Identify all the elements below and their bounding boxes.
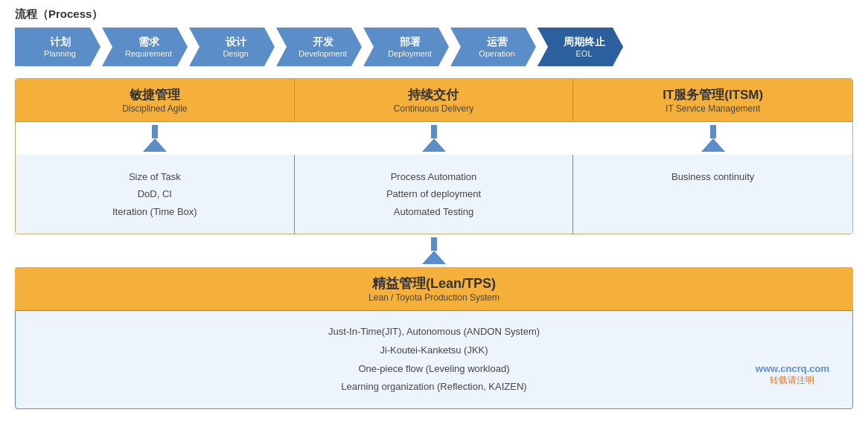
- top-blue-cell-1: Process AutomationPattern of deploymentA…: [295, 155, 574, 234]
- watermark-note: 转载请注明: [756, 374, 829, 387]
- lean-blue: Just-In-Time(JIT), Autonomous (ANDON Sys…: [15, 310, 853, 409]
- lean-orange: 精益管理(Lean/TPS) Lean / Toyota Production …: [15, 267, 853, 310]
- top-blue-cell-0: Size of TaskDoD, CIIteration (Time Box): [16, 155, 295, 234]
- page-title: 流程（Process）: [15, 7, 853, 22]
- watermark-url: www.cncrq.com: [756, 363, 829, 374]
- process-flow: 计划Planning需求Requirement设计Design开发Develop…: [15, 28, 853, 66]
- top-orange-bar: 敏捷管理Disciplined Agile持续交付Continuous Deli…: [16, 79, 852, 122]
- lean-arrow: [422, 237, 446, 264]
- top-blue-cell-2: Business continuity: [573, 155, 852, 234]
- top-blue-row: Size of TaskDoD, CIIteration (Time Box)P…: [16, 155, 852, 234]
- top-orange-cell-1: 持续交付Continuous Delivery: [295, 79, 574, 121]
- lean-title-en: Lean / Toyota Production System: [368, 292, 500, 303]
- arrow-agile: [16, 125, 295, 152]
- lean-title-cn: 精益管理(Lean/TPS): [372, 275, 496, 292]
- process-step-design: 设计Design: [189, 28, 275, 66]
- top-orange-cell-2: IT服务管理(ITSM)IT Service Management: [573, 79, 852, 121]
- arrow-cd: [295, 125, 574, 152]
- top-orange-cell-0: 敏捷管理Disciplined Agile: [16, 79, 295, 121]
- process-step-development: 开发Development: [276, 28, 362, 66]
- arrow-itsm: [573, 125, 852, 152]
- arrows-3col: [16, 122, 852, 155]
- lean-arrow-container: [15, 234, 853, 267]
- process-step-eol: 周期终止EOL: [537, 28, 623, 66]
- process-step-deployment: 部署Deployment: [363, 28, 449, 66]
- process-step-requirement: 需求Requirement: [102, 28, 188, 66]
- process-step-planning: 计划Planning: [15, 28, 100, 66]
- top-section: 敏捷管理Disciplined Agile持续交付Continuous Deli…: [15, 78, 853, 234]
- process-step-operation: 运营Operation: [450, 28, 536, 66]
- lean-section: 精益管理(Lean/TPS) Lean / Toyota Production …: [15, 267, 853, 409]
- watermark: www.cncrq.com 转载请注明: [756, 363, 829, 387]
